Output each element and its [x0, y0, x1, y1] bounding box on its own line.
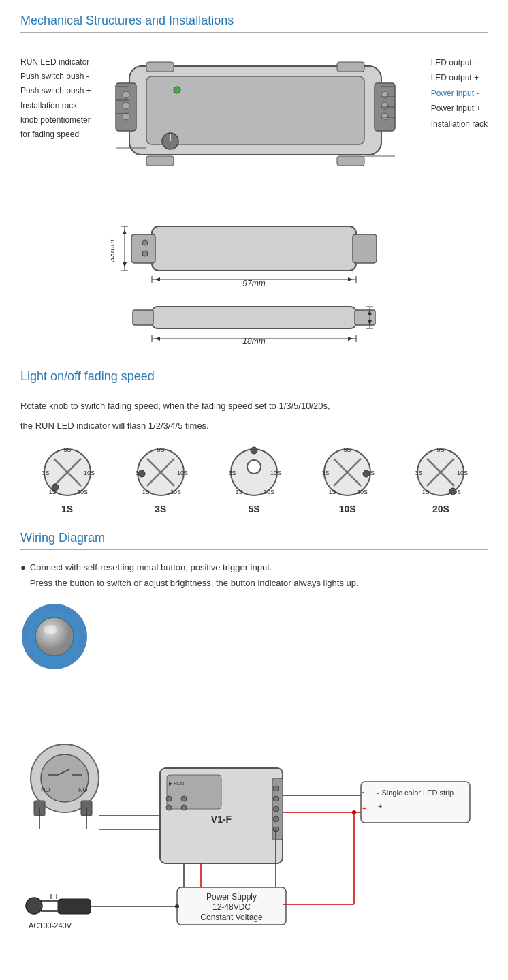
svg-rect-26 — [152, 226, 356, 271]
wiring-line2: Press the button to switch or adjust bri… — [30, 575, 359, 591]
knob-20s-svg: 5S 10S 20S 1S 3S — [413, 445, 468, 500]
label-run-led: RUN LED indicator — [20, 56, 91, 69]
svg-rect-118 — [167, 775, 221, 809]
label-power-in-minus: Power input - — [431, 87, 488, 100]
knob-3s: 5S 10S 20S 1S 3S 3S — [133, 445, 188, 515]
knob-1s-svg: 5S 10S 20S 1S 3S — [40, 445, 95, 500]
svg-rect-145 — [58, 899, 91, 914]
knob-5s: 5S 10S 20S 1S 3S 5S — [227, 445, 281, 515]
svg-point-5 — [123, 113, 129, 120]
label-led-out-plus: LED output + — [431, 71, 488, 85]
wiring-line1: Connect with self-resetting metal button… — [30, 560, 359, 575]
svg-marker-37 — [123, 230, 127, 234]
svg-text:10S: 10S — [177, 470, 188, 476]
metal-button-svg — [20, 602, 89, 671]
svg-text:10S: 10S — [84, 470, 95, 476]
svg-point-152 — [175, 904, 179, 908]
right-labels: LED output - LED output + Power input - … — [431, 56, 488, 132]
led-strip-box — [361, 782, 470, 823]
svg-point-127 — [273, 806, 279, 812]
svg-point-65 — [52, 484, 59, 491]
wiring-bullet: ● Connect with self-resetting metal butt… — [20, 560, 488, 592]
top-view-diagram: RUN LED indicator Push switch push - Pus… — [20, 42, 488, 206]
svg-marker-56 — [348, 337, 353, 341]
label-power-in-plus: Power input + — [431, 102, 488, 115]
svg-rect-1 — [146, 76, 364, 144]
svg-point-128 — [273, 816, 279, 822]
svg-point-104 — [44, 625, 57, 634]
knob-10s-label: 10S — [339, 504, 356, 515]
svg-text:1S: 1S — [142, 489, 149, 495]
svg-text:97mm: 97mm — [242, 279, 265, 288]
fading-text-line2: the RUN LED indicator will flash 1/2/3/4… — [20, 418, 488, 433]
knob-20s-label: 20S — [432, 504, 449, 515]
section2-title: Light on/off fading speed — [20, 369, 488, 384]
fading-section: Light on/off fading speed Rotate knob to… — [20, 369, 488, 515]
svg-text:3S: 3S — [415, 470, 423, 476]
svg-marker-40 — [348, 277, 353, 281]
wiring-description: ● Connect with self-resetting metal butt… — [20, 560, 488, 592]
svg-text:5S: 5S — [437, 446, 445, 453]
svg-text:33mm: 33mm — [111, 239, 116, 262]
label-knob2: for fading speed — [20, 128, 91, 141]
bullet-dot: ● — [20, 560, 26, 592]
svg-point-126 — [273, 796, 279, 801]
svg-text:3S: 3S — [322, 470, 330, 476]
svg-rect-44 — [133, 310, 153, 325]
left-labels: RUN LED indicator Push switch push - Pus… — [20, 56, 91, 142]
fading-description: Rotate knob to switch fading speed, when… — [20, 398, 488, 434]
svg-rect-43 — [152, 307, 356, 328]
knob-1s-label: 1S — [61, 504, 73, 515]
svg-point-100 — [449, 488, 456, 495]
side-view-1: 33mm 97mm — [111, 213, 397, 290]
svg-text:1S: 1S — [235, 489, 242, 495]
svg-point-81 — [247, 460, 261, 474]
svg-text:Constant Voltage: Constant Voltage — [200, 913, 263, 922]
side-views: 33mm 97mm 18mm — [20, 213, 488, 353]
svg-point-106 — [41, 754, 89, 802]
svg-text:20S: 20S — [170, 489, 181, 495]
svg-text:3S: 3S — [228, 470, 236, 476]
label-push-plus: Push switch push + — [20, 85, 91, 97]
svg-point-7 — [381, 91, 388, 98]
label-push-minus: Push switch push - — [20, 70, 91, 83]
svg-point-125 — [273, 786, 279, 791]
svg-marker-39 — [155, 277, 160, 281]
svg-text:20S: 20S — [77, 489, 88, 495]
svg-point-148 — [26, 898, 42, 914]
svg-rect-28 — [353, 234, 377, 263]
svg-point-82 — [251, 447, 257, 454]
svg-text:NO: NO — [41, 786, 50, 793]
svg-text:-: - — [362, 788, 364, 795]
svg-text:3S: 3S — [42, 470, 49, 476]
knob-10s: 5S 10S 20S 1S 3S 10S — [320, 445, 375, 515]
svg-point-103 — [35, 617, 74, 656]
svg-rect-16 — [337, 156, 364, 166]
svg-text:20S: 20S — [264, 489, 274, 495]
v1f-label: V1-F — [211, 814, 232, 825]
svg-text:NO: NO — [78, 786, 88, 793]
svg-text:10S: 10S — [457, 470, 468, 476]
svg-point-122 — [166, 805, 172, 810]
knob-20s: 5S 10S 20S 1S 3S 20S — [413, 445, 468, 515]
section3-title: Wiring Diagram — [20, 531, 488, 545]
svg-text:10S: 10S — [270, 470, 281, 476]
svg-text:+: + — [378, 802, 382, 810]
wiring-bullet-text: Connect with self-resetting metal button… — [30, 560, 359, 592]
knob-10s-svg: 5S 10S 20S 1S 3S — [320, 445, 375, 500]
button-image-area — [20, 602, 488, 673]
svg-text:1S: 1S — [329, 489, 336, 495]
svg-text:- Single color LED strip: - Single color LED strip — [377, 788, 454, 797]
svg-point-121 — [166, 796, 172, 801]
knob-3s-svg: 5S 10S 20S 1S 3S — [133, 445, 188, 500]
svg-text:12-48VDC: 12-48VDC — [212, 902, 251, 912]
side-view-thin-svg: 18mm — [111, 296, 397, 351]
svg-point-153 — [352, 810, 356, 814]
svg-marker-38 — [123, 262, 127, 267]
svg-rect-14 — [337, 62, 364, 72]
fading-text-line1: Rotate knob to switch fading speed, when… — [20, 398, 488, 414]
svg-text:AC100-240V: AC100-240V — [29, 921, 72, 930]
svg-text:5S: 5S — [63, 446, 71, 453]
svg-text:+: + — [362, 805, 366, 812]
svg-point-10 — [174, 87, 180, 93]
